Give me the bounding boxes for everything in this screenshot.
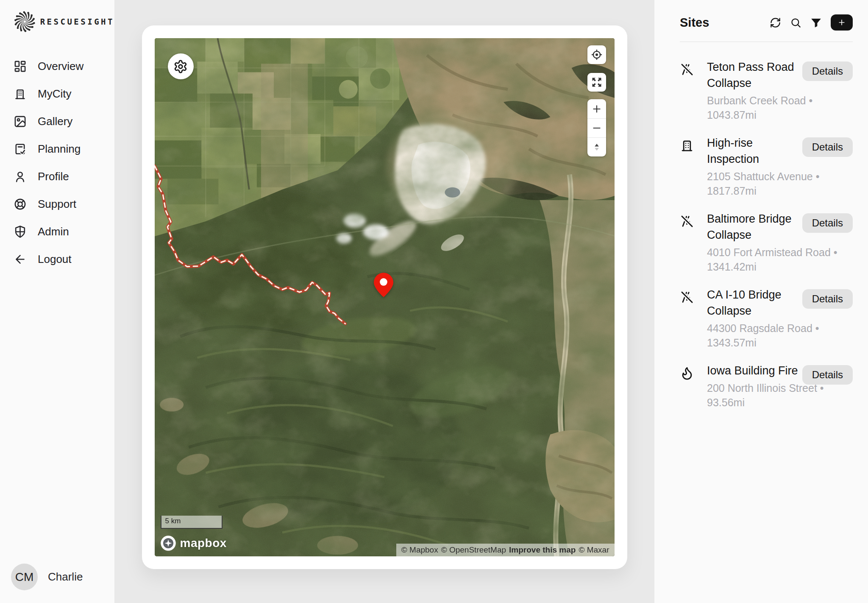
app-logo: RESCUESIGHT: [0, 11, 114, 32]
site-address: 44300 Ragsdale Road: [707, 322, 812, 334]
minus-icon: [591, 123, 602, 134]
sidebar-item-mycity[interactable]: MyCity: [0, 80, 114, 108]
sidebar-item-planning[interactable]: Planning: [0, 135, 114, 163]
site-name: Teton Pass Road Collapse: [707, 59, 801, 91]
attribution-osm[interactable]: © OpenStreetMap: [441, 545, 506, 555]
refresh-icon: [770, 17, 781, 28]
sites-divider: [680, 42, 853, 42]
mapbox-logo[interactable]: mapbox: [160, 535, 227, 551]
map-scale-bar: 5 km: [161, 516, 223, 529]
sites-header-actions: [768, 14, 853, 31]
main-content: 5 km mapbox © Mapbox © OpenStreetMap Imp…: [114, 0, 654, 603]
site-row-iowa-fire[interactable]: Iowa Building Fire 200 North Illinois St…: [680, 363, 853, 410]
sidebar-item-logout[interactable]: Logout: [0, 246, 114, 273]
sidebar-item-overview[interactable]: Overview: [0, 53, 114, 80]
zoom-control: [587, 99, 606, 156]
details-button[interactable]: Details: [802, 137, 853, 157]
refresh-button[interactable]: [768, 15, 782, 30]
road-closed-icon: [680, 214, 694, 229]
sidebar-item-support[interactable]: Support: [0, 190, 114, 218]
dashboard-icon: [14, 60, 27, 73]
site-name: Iowa Building Fire: [707, 363, 801, 379]
flame-icon: [680, 366, 694, 380]
sidebar-item-admin[interactable]: Admin: [0, 218, 114, 246]
compass-button[interactable]: [587, 137, 606, 156]
map-marker[interactable]: [374, 273, 393, 297]
sidebar-item-label: Admin: [38, 225, 69, 238]
map-settings-button[interactable]: [168, 53, 194, 79]
life-buoy-icon: [14, 198, 27, 211]
details-button[interactable]: Details: [802, 365, 853, 385]
sidebar-item-label: Profile: [38, 170, 69, 183]
zoom-in-button[interactable]: [587, 99, 606, 118]
site-list: Teton Pass Road Collapse Burbank Creek R…: [680, 59, 853, 410]
attribution-improve-link[interactable]: Improve this map: [509, 545, 576, 555]
expand-icon: [591, 76, 603, 88]
separator-dot: •: [816, 170, 820, 182]
details-button[interactable]: Details: [802, 289, 853, 309]
site-subtitle: 4010 Fort Armistead Road • 1341.42mi: [707, 245, 853, 274]
user-name: Charlie: [48, 570, 83, 583]
image-icon: [14, 115, 27, 128]
site-name: High-rise Inspection: [707, 135, 801, 167]
sites-title: Sites: [680, 16, 768, 30]
avatar-initials: CM: [15, 570, 34, 584]
map-attribution: © Mapbox © OpenStreetMap Improve this ma…: [396, 544, 615, 556]
sidebar-item-label: MyCity: [38, 87, 71, 100]
app-logo-icon: [14, 11, 35, 32]
mapbox-wordmark: mapbox: [180, 536, 227, 550]
app-root: RESCUESIGHT Overview: [0, 0, 868, 603]
search-button[interactable]: [788, 15, 803, 30]
plus-icon: [591, 103, 602, 114]
notepad-check-icon: [14, 142, 27, 156]
site-address: Burbank Creek Road: [707, 95, 806, 106]
sidebar-item-label: Planning: [38, 142, 81, 156]
site-distance: 1043.87mi: [707, 109, 757, 121]
building-icon: [14, 87, 27, 100]
add-site-button[interactable]: [831, 14, 853, 31]
geolocate-button[interactable]: [587, 45, 606, 64]
mapbox-logo-icon: [160, 535, 176, 551]
site-address: 4010 Fort Armistead Road: [707, 246, 831, 258]
site-distance: 93.56mi: [707, 396, 745, 408]
site-name: CA I-10 Bridge Collapse: [707, 287, 801, 319]
site-row-high-rise[interactable]: High-rise Inspection 2105 Shattuck Avenu…: [680, 135, 853, 198]
search-icon: [790, 17, 801, 28]
avatar: CM: [11, 564, 38, 590]
shield-icon: [14, 225, 27, 238]
user-profile[interactable]: CM Charlie: [0, 564, 114, 590]
site-address: 200 North Illinois Street: [707, 382, 817, 394]
site-distance: 1817.87mi: [707, 185, 757, 197]
details-button[interactable]: Details: [802, 61, 853, 81]
sidebar-item-label: Logout: [38, 253, 72, 266]
arrow-left-icon: [14, 253, 27, 266]
site-row-baltimore-bridge[interactable]: Baltimore Bridge Collapse 4010 Fort Armi…: [680, 211, 853, 274]
zoom-out-button[interactable]: [587, 118, 606, 137]
road-closed-icon: [680, 62, 694, 77]
site-distance: 1343.57mi: [707, 337, 757, 349]
separator-dot: •: [815, 322, 819, 334]
map-card: 5 km mapbox © Mapbox © OpenStreetMap Imp…: [142, 25, 627, 569]
map-terrain: [155, 38, 615, 556]
site-subtitle: Burbank Creek Road • 1043.87mi: [707, 93, 853, 122]
site-row-teton-pass[interactable]: Teton Pass Road Collapse Burbank Creek R…: [680, 59, 853, 122]
site-row-ca-i10-bridge[interactable]: CA I-10 Bridge Collapse 44300 Ragsdale R…: [680, 287, 853, 350]
plus-icon: [837, 18, 846, 27]
details-button[interactable]: Details: [802, 213, 853, 233]
building-icon: [680, 138, 694, 153]
road-closed-icon: [680, 290, 694, 304]
sites-panel: Sites: [654, 0, 868, 603]
site-distance: 1341.42mi: [707, 261, 757, 273]
gear-icon: [173, 59, 188, 74]
sidebar-item-profile[interactable]: Profile: [0, 163, 114, 190]
site-subtitle: 44300 Ragsdale Road • 1343.57mi: [707, 321, 853, 350]
attribution-maxar[interactable]: © Maxar: [579, 545, 609, 555]
app-name: RESCUESIGHT: [40, 17, 114, 26]
sidebar-item-label: Overview: [38, 60, 83, 73]
sidebar-item-gallery[interactable]: Gallery: [0, 108, 114, 135]
filter-icon: [810, 17, 822, 28]
satellite-map[interactable]: 5 km mapbox © Mapbox © OpenStreetMap Imp…: [155, 38, 615, 556]
fullscreen-button[interactable]: [587, 73, 606, 92]
attribution-mapbox[interactable]: © Mapbox: [401, 545, 438, 555]
filter-button[interactable]: [809, 15, 823, 30]
